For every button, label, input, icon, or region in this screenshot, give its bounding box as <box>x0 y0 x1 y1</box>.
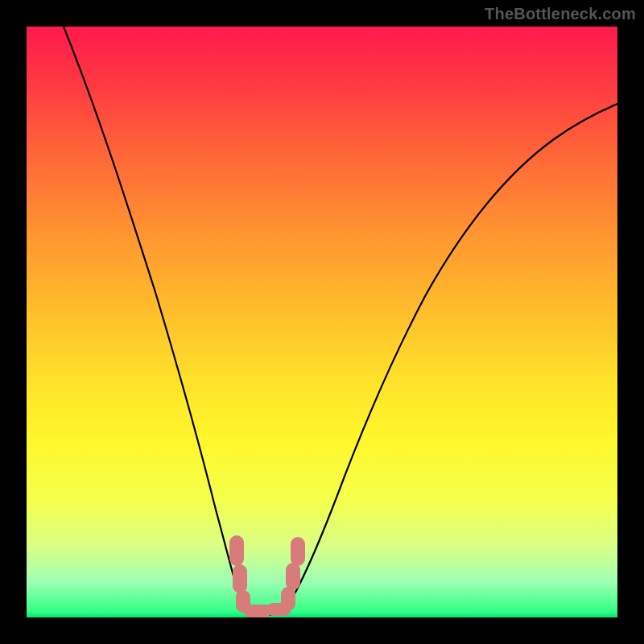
valley-marker <box>281 587 295 611</box>
chart-frame: TheBottleneck.com <box>0 0 644 644</box>
valley-marker <box>229 535 244 566</box>
valley-marker <box>233 564 247 593</box>
watermark-text: TheBottleneck.com <box>485 5 636 23</box>
valley-marker <box>286 563 300 590</box>
valley-marker <box>291 537 305 566</box>
plot-area <box>27 27 617 617</box>
gradient-background <box>27 27 617 617</box>
